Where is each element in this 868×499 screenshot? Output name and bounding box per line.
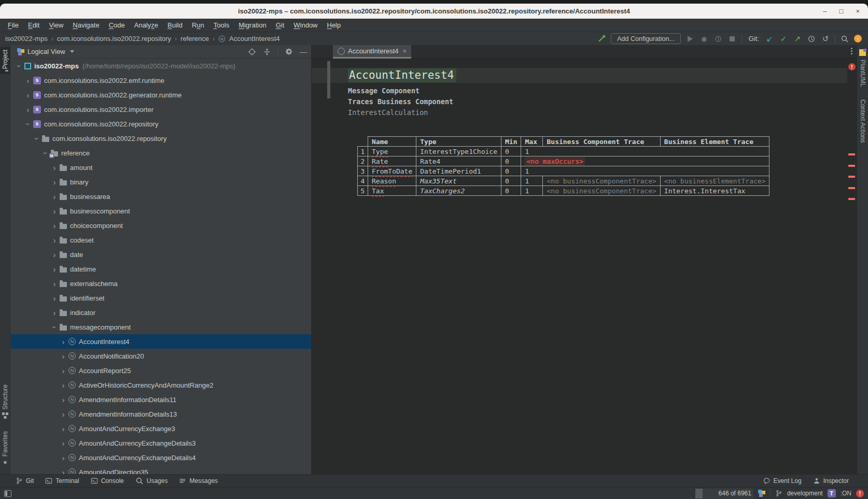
type-cell[interactable]: Rate4 [416,156,501,166]
tool-stripe-favorites[interactable]: Favorites★ [0,429,10,468]
name-cell[interactable]: Tax [368,186,416,196]
tree-item-choicecomponent[interactable]: ›choicecomponent [11,218,311,233]
error-stripe-mark[interactable] [848,187,855,189]
tab-accountinterest4[interactable]: AccountInterest4 × [333,45,411,59]
min-cell[interactable]: 0 [501,156,521,166]
tool-window-button-event-log[interactable]: Event Log [763,477,802,484]
type-cell[interactable]: Max35Text [416,176,501,186]
chevron-collapsed-icon[interactable]: › [59,352,67,360]
tree-item-accountinterest4[interactable]: ›NAccountInterest4 [11,334,311,349]
chevron-collapsed-icon[interactable]: › [50,280,59,288]
minimize-button[interactable]: – [823,7,827,15]
tree-item-amendmentinformationdetails13[interactable]: ›NAmendmentInformationDetails13 [11,407,311,421]
max-cell[interactable]: 1 [521,186,543,196]
editor-scrollbar-thumb[interactable] [327,61,330,98]
tree-item-com.iconsolutions.iso20022.repository[interactable]: ›scom.iconsolutions.iso20022.repository [11,117,311,131]
menu-window[interactable]: Window [289,21,322,29]
max-cell[interactable]: <no maxOccurs> [521,156,769,166]
menu-help[interactable]: Help [323,21,346,29]
business-component-trace-cell[interactable]: <no businessComponentTrace> [543,176,660,186]
type-cell[interactable]: InterestType1Choice [416,147,501,156]
breadcrumb-item[interactable]: com.iconsolutions.iso20022.repository [57,35,171,42]
debug-icon[interactable] [699,34,709,44]
business-element-trace-cell[interactable]: <no businessElementTrace> [660,176,769,186]
gear-icon[interactable] [285,48,293,55]
breadcrumb-item[interactable]: iso20022-mps [5,35,48,42]
error-stripe-mark[interactable] [848,198,855,200]
menu-file[interactable]: File [3,21,23,29]
chevron-collapsed-icon[interactable]: › [59,367,67,375]
tool-stripe-plantuml[interactable]: PlantUML [859,60,866,87]
tool-window-button-git[interactable]: Git [16,477,34,484]
chevron-collapsed-icon[interactable]: › [50,236,59,244]
menu-run[interactable]: Run [187,21,209,29]
tree-item-com.iconsolutions.iso20022.repository[interactable]: ›com.iconsolutions.iso20022.repository [11,131,311,146]
tool-stripe-project[interactable]: Project [0,47,10,74]
chevron-collapsed-icon[interactable]: › [50,294,59,302]
error-stripe-mark[interactable] [848,153,855,155]
add-configuration-button[interactable]: Add Configuration... [611,33,681,44]
chevron-collapsed-icon[interactable]: › [24,106,32,113]
tree-item-com.iconsolutions.iso20022.generator.runtime[interactable]: ›scom.iconsolutions.iso20022.generator.r… [11,88,311,102]
tree-item-accountreport25[interactable]: ›NAccountReport25 [11,363,311,378]
maximize-button[interactable]: □ [839,7,844,15]
stop-icon[interactable] [727,34,737,44]
chevron-collapsed-icon[interactable]: › [50,222,59,230]
tool-window-toggle-icon[interactable] [4,490,11,497]
name-cell[interactable]: Type [368,147,416,156]
tree-item-binary[interactable]: ›binary [11,175,311,189]
min-cell[interactable]: 0 [501,176,521,186]
menu-analyze[interactable]: Analyze [130,21,163,29]
error-summary-icon[interactable]: ! [848,63,856,70]
name-cell[interactable]: FromToDate [368,166,416,176]
tree-item-amountandcurrencyexchange3[interactable]: ›NAmountAndCurrencyExchange3 [11,421,311,436]
tree-item-codeset[interactable]: ›codeset [11,233,311,247]
type-cell[interactable]: DateTimePeriod1 [416,166,501,176]
chevron-expanded-icon[interactable]: › [51,323,59,331]
tool-window-button-console[interactable]: Console [91,477,124,484]
chevron-collapsed-icon[interactable]: › [50,251,59,259]
tree-item-datetime[interactable]: ›datetime [11,262,311,276]
tree-item-date[interactable]: ›date [11,247,311,262]
tree-item-amountandcurrencyexchangedetails3[interactable]: ›NAmountAndCurrencyExchangeDetails3 [11,436,311,450]
business-element-trace-cell[interactable]: Interest.InterestTax [660,186,769,196]
tree-item-com.iconsolutions.iso20022.emf.runtime[interactable]: ›scom.iconsolutions.iso20022.emf.runtime [11,73,311,88]
tree-item-identifierset[interactable]: ›identifierset [11,291,311,305]
tree-item-amount[interactable]: ›amount [11,160,311,175]
chevron-expanded-icon[interactable]: › [24,120,32,128]
menu-tools[interactable]: Tools [209,21,234,29]
menu-code[interactable]: Code [104,21,130,29]
type-cell[interactable]: TaxCharges2 [416,186,501,196]
tree-item-amountanddirection35[interactable]: ›NAmountAndDirection35 [11,465,311,474]
chevron-collapsed-icon[interactable]: › [24,77,32,84]
menu-navigate[interactable]: Navigate [68,21,104,29]
tool-stripe-context-actions[interactable]: Context Actions [859,99,866,142]
chevron-collapsed-icon[interactable]: › [50,193,59,201]
tool-window-button-messages[interactable]: Messages [179,477,218,484]
git-update-icon[interactable]: ↙ [765,34,774,44]
breadcrumb-item[interactable]: AccountInterest4 [229,35,280,42]
tool-window-button-inspector[interactable]: Inspector [813,477,849,484]
menu-view[interactable]: View [44,21,68,29]
min-cell[interactable]: 0 [501,186,521,196]
close-button[interactable]: × [856,7,860,15]
tree-item-iso20022-mps[interactable]: ›iso20022-mps(/home/tomb/repos/iso20022-… [11,59,311,73]
menu-git[interactable]: Git [271,21,289,29]
name-cell[interactable]: Rate [368,156,416,166]
chevron-collapsed-icon[interactable]: › [50,207,59,215]
chevron-collapsed-icon[interactable]: › [50,265,59,273]
tree-item-messagecomponent[interactable]: ›messagecomponent [11,320,311,334]
max-cell[interactable]: 1 [521,147,769,156]
build-icon[interactable] [597,34,606,44]
error-stripe-mark[interactable] [848,165,855,167]
tree-item-reference[interactable]: ›Mreference [11,146,311,160]
chevron-collapsed-icon[interactable]: › [59,410,67,418]
editor-content[interactable]: AccountInterest4 Message Component Trace… [312,59,847,474]
transient-models-icon[interactable]: T [828,489,836,497]
chevron-collapsed-icon[interactable]: › [59,396,67,404]
error-stripe-mark[interactable] [848,176,855,178]
chevron-collapsed-icon[interactable]: › [59,454,67,462]
tree-item-businessarea[interactable]: ›businessarea [11,189,311,204]
chevron-collapsed-icon[interactable]: › [50,309,59,317]
chevron-expanded-icon[interactable]: › [42,149,50,157]
